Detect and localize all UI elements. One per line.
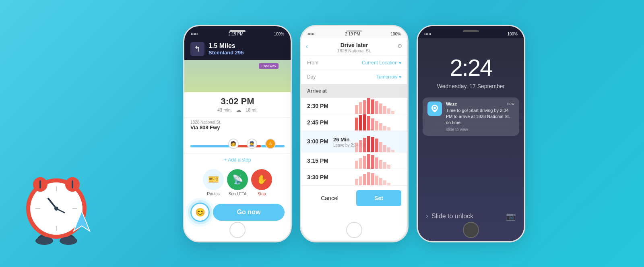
arrive-at-header: Arrive at <box>301 84 407 98</box>
eta-details: 43 min. ☁ 18 mi. <box>188 107 287 113</box>
svg-rect-47 <box>355 161 358 169</box>
notif-time: now <box>507 101 514 106</box>
svg-rect-36 <box>387 127 390 130</box>
battery-display-2: 100% <box>390 32 401 36</box>
time-row-315[interactable]: 3:15 PM <box>301 153 407 169</box>
time-display: 2:19 PM <box>228 32 243 36</box>
svg-rect-59 <box>367 172 370 185</box>
drive-later-subtitle: 1828 National St. <box>307 48 401 53</box>
day-value[interactable]: Tomorrow ▾ <box>376 74 401 80</box>
time-label-330: 3:30 PM <box>307 174 333 180</box>
home-button-2[interactable] <box>346 222 362 238</box>
camera-icon[interactable]: 📷 <box>506 211 516 221</box>
svg-rect-35 <box>383 126 386 130</box>
signal-dots-2: ••••• <box>308 32 315 36</box>
slide-unlock[interactable]: › Slide to unlock <box>426 212 473 220</box>
svg-rect-42 <box>375 139 378 152</box>
nav-header: ↰ 1.5 Miles Steenland 295 <box>184 38 291 60</box>
cloud-icon: ☁ <box>236 107 242 113</box>
waze-notif-icon <box>427 101 442 116</box>
svg-rect-28 <box>355 118 358 130</box>
time-row-300[interactable]: 3:00 PM 26 Min Leave by 2:34 PM <box>301 131 407 153</box>
go-now-button[interactable]: Go now <box>213 204 285 221</box>
day-row: Day Tomorrow ▾ <box>301 70 407 84</box>
lock-screen-date: Wednesday, 17 September <box>418 83 524 89</box>
chart-bars-300 <box>355 131 407 152</box>
eta-minutes: 43 min. <box>217 108 232 112</box>
time-label-245: 2:45 PM <box>307 119 333 126</box>
svg-rect-7 <box>72 180 73 188</box>
svg-rect-63 <box>383 180 386 185</box>
time-label-230: 2:30 PM <box>307 103 333 109</box>
svg-rect-23 <box>375 101 378 114</box>
hazard-icon-1: 🧑 <box>228 139 239 149</box>
svg-rect-22 <box>371 99 374 114</box>
nav-distance: 1.5 Miles <box>208 42 244 50</box>
notif-content: Waze now Time to go! Start driving by 2:… <box>446 101 514 132</box>
svg-rect-58 <box>363 174 366 185</box>
svg-rect-19 <box>359 102 362 114</box>
route-address: 1828 National St. <box>190 120 285 124</box>
eta-time: 3:02 PM <box>188 96 287 107</box>
settings-gear-icon[interactable]: ⚙ <box>397 43 402 49</box>
home-button[interactable] <box>229 222 246 238</box>
waze-notification[interactable]: Waze now Time to go! Start driving by 2:… <box>423 97 519 136</box>
time-label-315: 3:15 PM <box>307 157 333 164</box>
set-button[interactable]: Set <box>356 190 401 206</box>
phone-drive-later: ••••• 2:19 PM 100% ‹ Drive later 1828 Na… <box>300 25 409 242</box>
progress-icons: 🧑 👮 ⚠ <box>228 139 276 149</box>
nav-route: 1828 National St. Via 808 Fwy <box>184 117 291 133</box>
cancel-button[interactable]: Cancel <box>307 190 352 206</box>
svg-rect-39 <box>363 138 366 152</box>
svg-rect-31 <box>367 116 370 130</box>
battery-display: 100% <box>274 32 284 36</box>
svg-rect-62 <box>379 178 382 185</box>
svg-rect-21 <box>367 98 370 114</box>
nav-direction-arrow: ↰ <box>190 42 204 56</box>
time-label-300: 3:00 PM <box>307 138 333 145</box>
slide-arrow-icon: › <box>426 212 428 220</box>
send-eta-button[interactable]: 📡 Send ETA <box>227 169 248 196</box>
signal-dots-3: ••••• <box>424 32 431 36</box>
svg-rect-48 <box>359 158 362 169</box>
nav-street: Steenland 295 <box>208 50 244 56</box>
svg-rect-44 <box>383 145 386 152</box>
svg-rect-54 <box>383 162 386 169</box>
svg-rect-57 <box>359 176 362 185</box>
from-value[interactable]: Current Location ▾ <box>362 60 401 66</box>
phone-speaker <box>229 30 246 32</box>
notif-message: Time to go! Start driving by 2:34 PM to … <box>446 108 514 126</box>
routes-button[interactable]: 🎫 Routes <box>203 169 224 196</box>
time-row-245[interactable]: 2:45 PM <box>301 114 407 131</box>
add-stop-label: + Add a stop <box>224 157 251 163</box>
chart-bars-245 <box>355 114 407 130</box>
add-stop-button[interactable]: + Add a stop <box>184 153 291 166</box>
svg-rect-29 <box>359 115 362 130</box>
svg-rect-61 <box>375 176 378 185</box>
time-display-2: 2:19 PM <box>345 32 360 36</box>
phone-lock-screen: ••••• 100% 2:24 Wednesday, 17 September … <box>417 25 525 242</box>
time-row-230[interactable]: 2:30 PM <box>301 98 407 114</box>
stop-button[interactable]: ✋ Stop <box>251 169 272 196</box>
routes-icon: 🎫 <box>203 169 224 190</box>
waze-pulse-icon: 😊 <box>190 203 210 222</box>
slide-unlock-label: Slide to unlock <box>431 213 473 220</box>
svg-rect-6 <box>39 180 41 188</box>
back-button[interactable]: ‹ <box>306 43 308 50</box>
svg-rect-53 <box>379 160 382 169</box>
svg-point-16 <box>60 237 77 245</box>
svg-rect-40 <box>367 136 370 152</box>
svg-rect-41 <box>371 137 374 152</box>
stop-label: Stop <box>258 192 266 196</box>
svg-rect-26 <box>387 108 390 114</box>
nav-eta: 3:02 PM 43 min. ☁ 18 mi. <box>184 92 291 117</box>
send-eta-label: Send ETA <box>229 192 247 196</box>
battery-display-3: 100% <box>507 32 518 36</box>
home-button-3[interactable] <box>463 222 479 238</box>
chart-bars-330 <box>355 169 407 185</box>
svg-rect-25 <box>383 106 386 114</box>
drive-later-actions: Cancel Set <box>301 186 407 226</box>
time-row-330[interactable]: 3:30 PM <box>301 169 407 186</box>
hazard-icon-2: 👮 <box>247 139 257 149</box>
chart-bars-230 <box>355 98 407 114</box>
